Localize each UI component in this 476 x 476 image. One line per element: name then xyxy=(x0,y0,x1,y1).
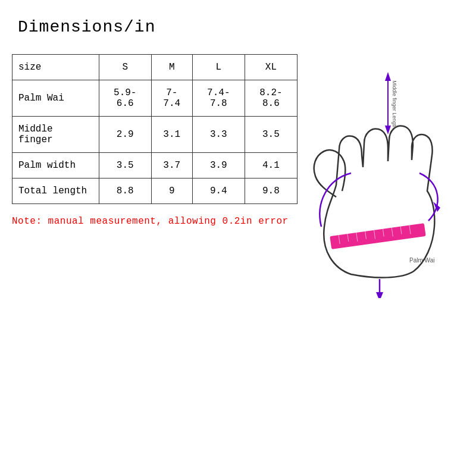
svg-marker-2 xyxy=(385,72,391,81)
row-value: 3.9 xyxy=(192,153,245,178)
page-title: Dimensions/in xyxy=(18,18,464,36)
row-value: 9.4 xyxy=(192,178,245,204)
table-section: sizeSMLXLPalm Wai5.9-6.67-7.47.4-7.88.2-… xyxy=(12,54,298,227)
table-header-size: L xyxy=(192,55,245,80)
table-header-size: S xyxy=(99,55,151,80)
svg-rect-4 xyxy=(330,223,426,249)
svg-marker-16 xyxy=(376,292,383,298)
row-label: Total length xyxy=(12,178,99,204)
row-value: 3.5 xyxy=(99,153,151,178)
diagram-section: Middle finger Length xyxy=(303,48,464,286)
table-row: Palm Wai5.9-6.67-7.47.4-7.88.2-8.6 xyxy=(12,80,298,117)
middle-finger-label: Middle finger Length xyxy=(392,80,397,129)
row-label: Palm Wai xyxy=(12,80,99,117)
row-value: 3.7 xyxy=(151,153,192,178)
size-table: sizeSMLXLPalm Wai5.9-6.67-7.47.4-7.88.2-… xyxy=(12,54,298,204)
row-value: 8.2-8.6 xyxy=(245,80,297,117)
note-text: Note: manual measurement, allowing 0.2in… xyxy=(12,216,298,227)
hand-diagram: Middle finger Length xyxy=(303,48,458,298)
row-value: 3.3 xyxy=(192,117,245,153)
row-value: 9.8 xyxy=(245,178,297,204)
row-value: 7-7.4 xyxy=(151,80,192,117)
row-value: 3.5 xyxy=(245,117,297,153)
content-area: sizeSMLXLPalm Wai5.9-6.67-7.47.4-7.88.2-… xyxy=(12,54,464,286)
row-value: 8.8 xyxy=(99,178,151,204)
table-header-size: M xyxy=(151,55,192,80)
row-label: Middle finger xyxy=(12,117,99,153)
table-row: Palm width3.53.73.94.1 xyxy=(12,153,298,178)
row-value: 7.4-7.8 xyxy=(192,80,245,117)
page-container: Dimensions/in sizeSMLXLPalm Wai5.9-6.67-… xyxy=(0,0,476,476)
palm-wai-label: Palm Wai xyxy=(409,257,434,264)
row-value: 9 xyxy=(151,178,192,204)
row-value: 5.9-6.6 xyxy=(99,80,151,117)
table-header-label: size xyxy=(12,55,99,80)
row-value: 3.1 xyxy=(151,117,192,153)
row-value: 4.1 xyxy=(245,153,297,178)
row-label: Palm width xyxy=(12,153,99,178)
table-header-size: XL xyxy=(245,55,297,80)
table-row: Total length8.899.49.8 xyxy=(12,178,298,204)
row-value: 2.9 xyxy=(99,117,151,153)
table-row: Middle finger2.93.13.33.5 xyxy=(12,117,298,153)
